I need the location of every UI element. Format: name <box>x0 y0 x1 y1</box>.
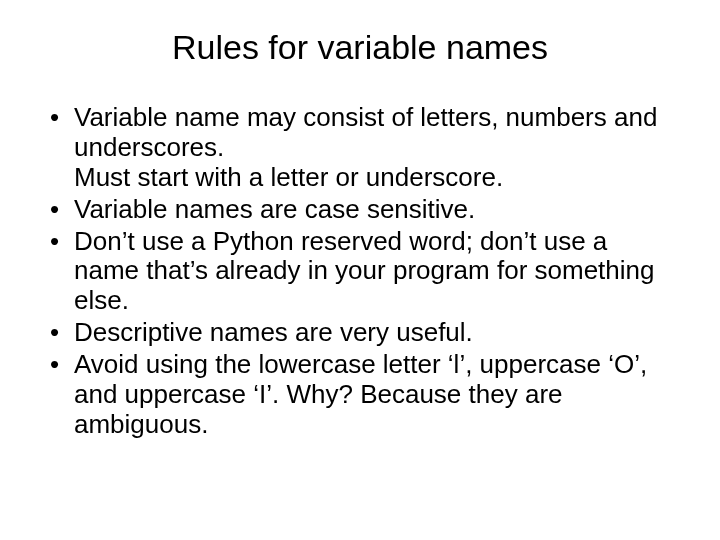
bullet-text: Descriptive names are very useful. <box>74 318 676 348</box>
bullet-text: Must start with a letter or underscore. <box>74 163 676 193</box>
bullet-list: Variable name may consist of letters, nu… <box>36 103 684 440</box>
list-item: Variable name may consist of letters, nu… <box>44 103 676 193</box>
bullet-text: Don’t use a Python reserved word; don’t … <box>74 227 676 317</box>
list-item: Avoid using the lowercase letter ‘l’, up… <box>44 350 676 440</box>
list-item: Variable names are case sensitive. <box>44 195 676 225</box>
bullet-text: Avoid using the lowercase letter ‘l’, up… <box>74 350 676 440</box>
slide: Rules for variable names Variable name m… <box>0 0 720 540</box>
bullet-text: Variable names are case sensitive. <box>74 195 676 225</box>
slide-title: Rules for variable names <box>36 28 684 67</box>
bullet-text: Variable name may consist of letters, nu… <box>74 103 676 163</box>
list-item: Don’t use a Python reserved word; don’t … <box>44 227 676 317</box>
list-item: Descriptive names are very useful. <box>44 318 676 348</box>
